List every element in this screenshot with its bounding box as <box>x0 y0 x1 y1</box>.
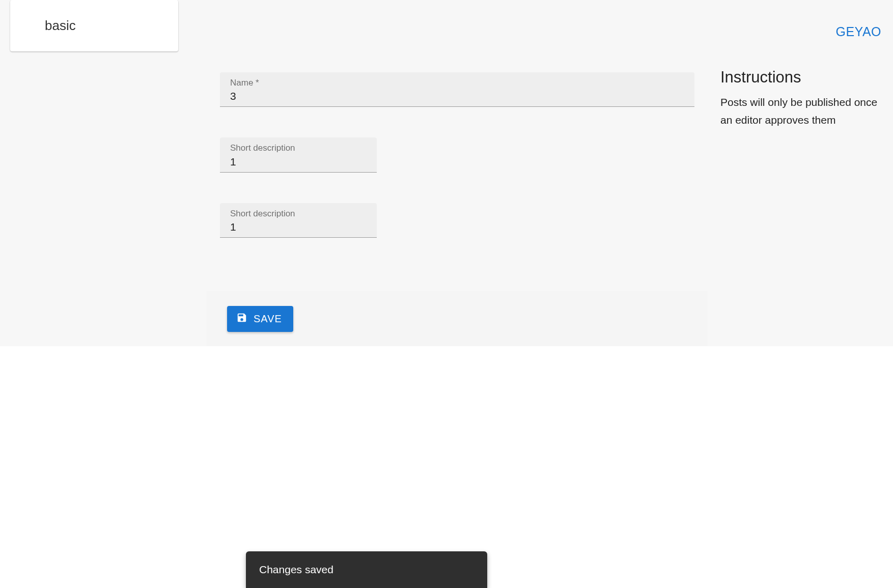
basic-card[interactable]: basic <box>10 0 178 51</box>
instructions-panel: Instructions Posts will only be publishe… <box>720 68 888 129</box>
save-button[interactable]: SAVE <box>227 306 293 332</box>
toolbar: SAVE <box>207 291 708 346</box>
instructions-title: Instructions <box>720 68 888 87</box>
form-area: Name * Short description Short descripti… <box>220 72 694 238</box>
short-description-field-1[interactable]: Short description <box>220 137 377 172</box>
page-background: basic GEYAO Name * Short description Sho… <box>0 0 893 346</box>
short-description-input-1[interactable] <box>230 154 367 168</box>
user-link[interactable]: GEYAO <box>835 24 881 39</box>
basic-card-label: basic <box>45 18 76 34</box>
snackbar-message: Changes saved <box>259 564 333 576</box>
short-description-field-2[interactable]: Short description <box>220 203 377 238</box>
short-description-input-2[interactable] <box>230 219 367 233</box>
name-input[interactable] <box>230 88 684 102</box>
instructions-body: Posts will only be published once an edi… <box>720 94 888 129</box>
snackbar: Changes saved <box>246 551 487 588</box>
name-field[interactable]: Name * <box>220 72 694 107</box>
name-field-label: Name * <box>230 78 684 88</box>
short-description-label-1: Short description <box>230 143 367 153</box>
save-button-label: SAVE <box>254 313 282 325</box>
save-icon <box>236 312 247 326</box>
short-description-label-2: Short description <box>230 209 367 219</box>
